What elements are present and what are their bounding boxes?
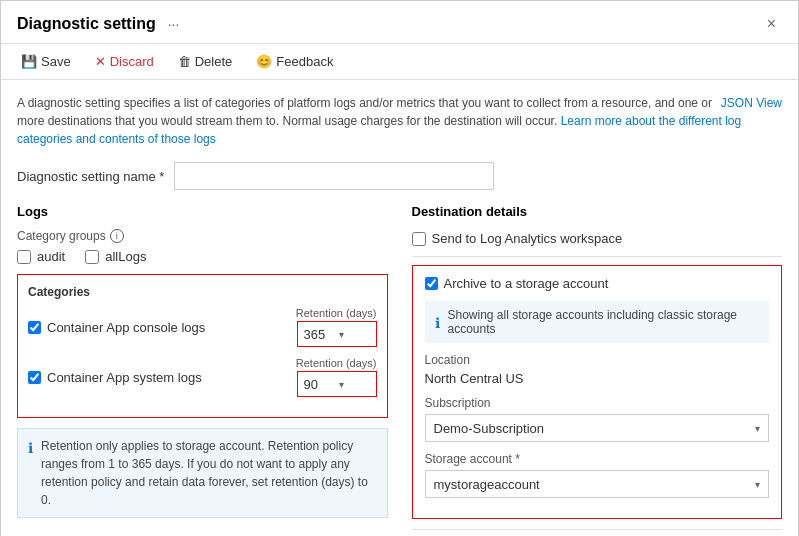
close-button[interactable]: × [761, 13, 782, 35]
diagnostic-name-row: Diagnostic setting name * [17, 162, 782, 190]
discard-label: Discard [110, 54, 154, 69]
retention-input-1[interactable]: 365 ▾ [297, 321, 377, 347]
title-bar: Diagnostic setting ··· × [1, 1, 798, 44]
storage-account-group: Storage account * mystorageaccount ▾ [425, 452, 770, 498]
alllogs-checkbox-item[interactable]: allLogs [85, 249, 146, 264]
archive-info-text: Showing all storage accounts including c… [448, 308, 760, 336]
alllogs-checkbox[interactable] [85, 250, 99, 264]
retention-value-1: 365 [304, 327, 335, 342]
divider-2 [412, 529, 783, 530]
subscription-value: Demo-Subscription [434, 421, 545, 436]
log-right-2: Retention (days) 90 ▾ [296, 357, 377, 397]
storage-account-label: Archive to a storage account [444, 276, 609, 291]
category-groups-label: Category groups i [17, 229, 388, 243]
log-row-1: Container App console logs Retention (da… [28, 307, 377, 347]
log-left-1: Container App console logs [28, 320, 205, 335]
system-logs-label: Container App system logs [47, 370, 202, 385]
divider-1 [412, 256, 783, 257]
audit-checkbox[interactable] [17, 250, 31, 264]
audit-label: audit [37, 249, 65, 264]
archive-header[interactable]: Archive to a storage account [425, 276, 770, 291]
category-groups-info-icon[interactable]: i [110, 229, 124, 243]
console-logs-checkbox[interactable] [28, 321, 41, 334]
feedback-button[interactable]: 😊 Feedback [252, 52, 337, 71]
alllogs-label: allLogs [105, 249, 146, 264]
dialog-title: Diagnostic setting [17, 15, 156, 33]
storage-account-label: Storage account * [425, 452, 770, 466]
console-logs-label: Container App console logs [47, 320, 205, 335]
feedback-label: Feedback [276, 54, 333, 69]
archive-info-box: ℹ Showing all storage accounts including… [425, 301, 770, 343]
json-view-link[interactable]: JSON View [721, 94, 782, 112]
log-row-2: Container App system logs Retention (day… [28, 357, 377, 397]
destination-section: Destination details Send to Log Analytic… [412, 204, 783, 536]
location-label: Location [425, 353, 770, 367]
location-group: Location North Central US [425, 353, 770, 386]
system-logs-checkbox[interactable] [28, 371, 41, 384]
discard-icon: ✕ [95, 54, 106, 69]
location-value: North Central US [425, 371, 770, 386]
destination-title: Destination details [412, 204, 783, 219]
title-bar-left: Diagnostic setting ··· [17, 14, 183, 34]
two-col-layout: Logs Category groups i audit [17, 204, 782, 536]
discard-button[interactable]: ✕ Discard [91, 52, 158, 71]
logs-section: Logs Category groups i audit [17, 204, 388, 536]
log-right-1: Retention (days) 365 ▾ [296, 307, 377, 347]
toolbar: 💾 Save ✕ Discard 🗑 Delete 😊 Feedback [1, 44, 798, 80]
log-analytics-label: Send to Log Analytics workspace [432, 231, 623, 246]
delete-label: Delete [195, 54, 233, 69]
category-groups: Category groups i audit allLogs [17, 229, 388, 264]
retention-value-2: 90 [304, 377, 335, 392]
info-icon: ℹ [28, 438, 33, 459]
logs-title: Logs [17, 204, 388, 219]
retention-dropdown-arrow-2: ▾ [339, 379, 370, 390]
log-left-2: Container App system logs [28, 370, 202, 385]
subscription-select[interactable]: Demo-Subscription ▾ [425, 414, 770, 442]
info-text: Retention only applies to storage accoun… [41, 437, 377, 509]
save-icon: 💾 [21, 54, 37, 69]
storage-account-value: mystorageaccount [434, 477, 540, 492]
subscription-group: Subscription Demo-Subscription ▾ [425, 396, 770, 442]
diagnostic-setting-dialog: Diagnostic setting ··· × 💾 Save ✕ Discar… [0, 0, 799, 536]
content-area: JSON View A diagnostic setting specifies… [1, 80, 798, 536]
log-analytics-option[interactable]: Send to Log Analytics workspace [412, 231, 783, 246]
subscription-label: Subscription [425, 396, 770, 410]
ellipsis-button[interactable]: ··· [164, 14, 184, 34]
retention-dropdown-arrow-1: ▾ [339, 329, 370, 340]
storage-account-select[interactable]: mystorageaccount ▾ [425, 470, 770, 498]
delete-icon: 🗑 [178, 54, 191, 69]
category-checkboxes-row: audit allLogs [17, 249, 388, 264]
delete-button[interactable]: 🗑 Delete [174, 52, 237, 71]
categories-title: Categories [28, 285, 377, 299]
logs-info-box: ℹ Retention only applies to storage acco… [17, 428, 388, 518]
save-label: Save [41, 54, 71, 69]
log-analytics-checkbox[interactable] [412, 232, 426, 246]
subscription-dropdown-arrow: ▾ [755, 423, 760, 434]
categories-box: Categories Container App console logs Re… [17, 274, 388, 418]
description-text: JSON View A diagnostic setting specifies… [17, 94, 782, 148]
storage-account-checkbox[interactable] [425, 277, 438, 290]
storage-account-dropdown-arrow: ▾ [755, 479, 760, 490]
retention-label-2: Retention (days) [296, 357, 377, 369]
retention-label-1: Retention (days) [296, 307, 377, 319]
archive-info-icon: ℹ [435, 315, 440, 331]
audit-checkbox-item[interactable]: audit [17, 249, 65, 264]
archive-box: Archive to a storage account ℹ Showing a… [412, 265, 783, 519]
diagnostic-name-input[interactable] [174, 162, 494, 190]
diagnostic-name-label: Diagnostic setting name * [17, 169, 164, 184]
save-button[interactable]: 💾 Save [17, 52, 75, 71]
retention-input-2[interactable]: 90 ▾ [297, 371, 377, 397]
feedback-icon: 😊 [256, 54, 272, 69]
